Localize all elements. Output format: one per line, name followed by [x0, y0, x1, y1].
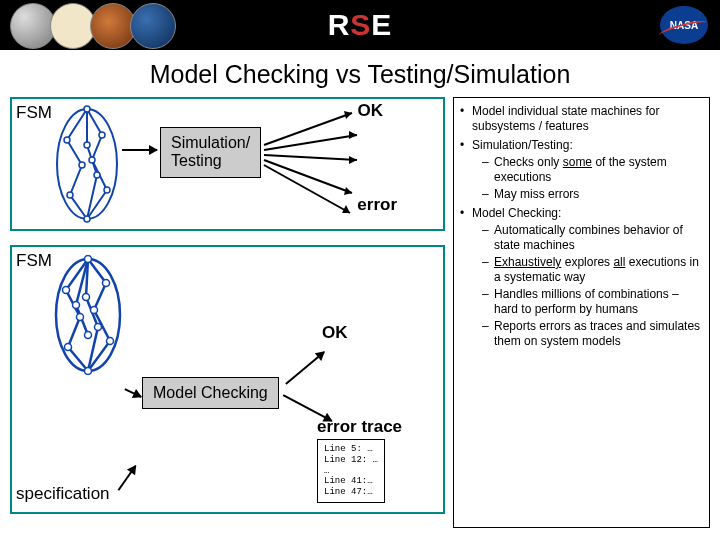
trace-box: Line 5: … Line 12: … … Line 41:… Line 47…	[317, 439, 385, 503]
svg-marker-19	[344, 187, 352, 195]
panel-model-checking: FSM specification Model C	[10, 245, 445, 514]
svg-point-8	[84, 142, 90, 148]
error-label: error	[357, 195, 397, 215]
svg-point-4	[67, 192, 73, 198]
bullet-panel: Model individual state machines for subs…	[453, 97, 710, 528]
svg-point-10	[84, 216, 90, 222]
svg-point-31	[73, 302, 80, 309]
svg-line-11	[264, 113, 352, 145]
svg-marker-18	[349, 156, 357, 164]
t: all	[613, 255, 625, 269]
process-label: Model Checking	[153, 384, 268, 401]
svg-point-9	[94, 172, 100, 178]
sub-bullet: Handles millions of combinations – hard …	[472, 287, 701, 317]
planet-row	[10, 3, 170, 49]
error-trace-label: error trace	[317, 417, 402, 437]
sub-bullet: May miss errors	[472, 187, 701, 202]
svg-point-1	[84, 106, 90, 112]
sub-bullet: Automatically combines behavior of state…	[472, 223, 701, 253]
fsm-graph-icon	[52, 105, 122, 223]
svg-line-12	[264, 135, 357, 150]
process-box-simulation: Simulation/ Testing	[160, 127, 261, 178]
svg-marker-16	[344, 111, 352, 119]
t: explores	[561, 255, 613, 269]
fsm-graph-icon	[52, 255, 124, 375]
svg-point-32	[85, 332, 92, 339]
svg-point-22	[85, 256, 92, 263]
svg-line-15	[264, 165, 350, 213]
nasa-logo: NASA	[660, 6, 708, 44]
ok-label: OK	[358, 101, 384, 121]
sub-bullet: Checks only some of the system execution…	[472, 155, 701, 185]
svg-point-26	[103, 280, 110, 287]
bullet-text: Simulation/Testing:	[472, 138, 573, 152]
process-label: Simulation/ Testing	[171, 134, 250, 169]
sub-bullet: Reports errors as traces and simulates t…	[472, 319, 701, 349]
svg-line-14	[264, 160, 352, 193]
t: Handles millions of combinations – hard …	[494, 287, 679, 316]
svg-marker-17	[349, 131, 357, 139]
svg-point-6	[89, 157, 95, 163]
svg-point-5	[99, 132, 105, 138]
t: May miss errors	[494, 187, 579, 201]
diagram-column: FSM Simulation/ Testing	[10, 97, 445, 528]
page-title: Model Checking vs Testing/Simulation	[0, 60, 720, 89]
t: Checks only	[494, 155, 563, 169]
svg-point-27	[91, 307, 98, 314]
bullet-item: Model Checking: Automatically combines b…	[458, 206, 701, 349]
t: some	[563, 155, 592, 169]
bullet-text: Model individual state machines for subs…	[472, 104, 659, 133]
svg-point-24	[77, 314, 84, 321]
banner: RSE NASA	[0, 0, 720, 50]
earth-icon	[130, 3, 176, 49]
sub-bullet: Exhaustively explores all executions in …	[472, 255, 701, 285]
arrow-icon	[124, 388, 141, 397]
svg-point-29	[83, 294, 90, 301]
ok-label: OK	[322, 323, 348, 343]
svg-point-2	[64, 137, 70, 143]
bullet-item: Model individual state machines for subs…	[458, 104, 701, 134]
arrow-icon	[285, 351, 325, 385]
panel-simulation: FSM Simulation/ Testing	[10, 97, 445, 231]
svg-line-13	[264, 155, 357, 160]
svg-point-7	[104, 187, 110, 193]
svg-point-23	[63, 287, 70, 294]
arrow-icon	[118, 465, 137, 491]
svg-point-33	[85, 368, 92, 375]
rse-logo: RSE	[328, 8, 393, 42]
spec-label: specification	[16, 484, 110, 504]
t: Exhaustively	[494, 255, 561, 269]
svg-point-25	[65, 344, 72, 351]
bullet-text: Model Checking:	[472, 206, 561, 220]
bullet-item: Simulation/Testing: Checks only some of …	[458, 138, 701, 202]
t: Reports errors as traces and simulates t…	[494, 319, 700, 348]
process-box-modelchecking: Model Checking	[142, 377, 279, 409]
svg-point-28	[107, 338, 114, 345]
svg-point-3	[79, 162, 85, 168]
svg-point-30	[95, 324, 102, 331]
t: Automatically combines behavior of state…	[494, 223, 683, 252]
fsm-label: FSM	[16, 103, 52, 123]
arrow-icon	[122, 149, 157, 151]
fsm-label: FSM	[16, 251, 52, 271]
